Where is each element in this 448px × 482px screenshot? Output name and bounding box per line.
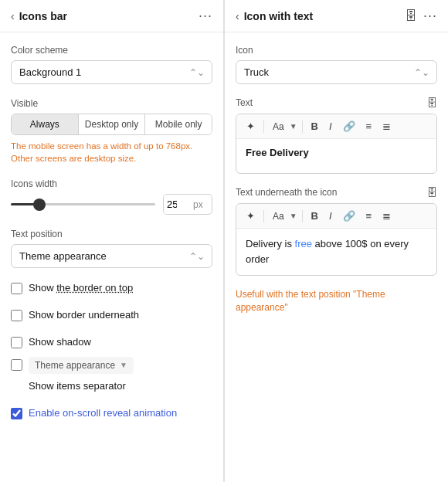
more-options-icon[interactable]: ··· bbox=[199, 8, 212, 24]
color-scheme-field: Color scheme Background 1 ⌃⌄ bbox=[11, 45, 212, 84]
info-text: Usefull with the text position "Theme ap… bbox=[236, 288, 437, 314]
right-panel-header-left: ‹ Icon with text bbox=[236, 10, 313, 22]
left-panel-title: Icons bar bbox=[19, 10, 67, 22]
unordered-list-btn[interactable]: ≡ bbox=[362, 119, 376, 134]
text-position-select-wrapper: Theme appearance ⌃⌄ bbox=[11, 244, 212, 268]
color-scheme-label: Color scheme bbox=[11, 45, 212, 56]
enable-animation-row: Enable on-scroll reveal animation bbox=[11, 407, 212, 420]
text-underneath-content[interactable]: Delivery is free above 100$ on every ord… bbox=[236, 229, 436, 275]
database-icon[interactable]: 🗄 bbox=[405, 9, 417, 23]
ordered-list-btn[interactable]: ≣ bbox=[378, 119, 395, 134]
icons-width-field: Icons width px bbox=[11, 178, 212, 215]
toolbar-sep2 bbox=[302, 120, 303, 133]
icons-width-unit: px bbox=[192, 195, 208, 214]
always-button[interactable]: Always bbox=[12, 114, 79, 134]
icons-width-input[interactable] bbox=[164, 195, 192, 214]
text-rich-text-box: ✦ Aa ▼ B I 🔗 ≡ ≣ Free Delivery bbox=[236, 114, 437, 174]
visible-label: Visible bbox=[11, 98, 212, 109]
text-underneath-toolbar: ✦ Aa ▼ B I 🔗 ≡ ≣ bbox=[236, 204, 436, 229]
show-border-underneath-label[interactable]: Show border underneath bbox=[29, 309, 139, 322]
right-panel: ‹ Icon with text 🗄 ··· Icon Truck ⌃⌄ Tex… bbox=[224, 0, 448, 482]
show-shadow-row: Show shadow bbox=[11, 336, 212, 349]
show-border-underneath-checkbox[interactable] bbox=[11, 310, 22, 321]
under-unordered-list-btn[interactable]: ≡ bbox=[362, 209, 376, 223]
under-link-btn[interactable]: 🔗 bbox=[339, 209, 359, 223]
enable-animation-label[interactable]: Enable on-scroll reveal animation bbox=[29, 407, 177, 420]
text-field: Text 🗄 ✦ Aa ▼ B I 🔗 ≡ ≣ bbox=[236, 97, 437, 174]
right-panel-header: ‹ Icon with text 🗄 ··· bbox=[225, 0, 448, 32]
text-position-label: Text position bbox=[11, 229, 212, 239]
font-size-btn[interactable]: Aa bbox=[269, 120, 288, 134]
icons-width-slider-container bbox=[11, 203, 155, 205]
visibility-buttons-group: Always Desktop only Mobile only bbox=[11, 114, 212, 135]
show-border-top-row: Show the border on top bbox=[11, 282, 212, 295]
magic-btn[interactable]: ✦ bbox=[243, 119, 259, 134]
text-field-label-row: Text 🗄 bbox=[236, 97, 437, 109]
enable-animation-checkbox[interactable] bbox=[11, 408, 22, 419]
show-items-separator-label[interactable]: Show items separator bbox=[29, 380, 126, 393]
mobile-only-button[interactable]: Mobile only bbox=[145, 114, 212, 134]
font-size-group: Aa ▼ bbox=[269, 120, 297, 134]
show-items-separator-row: Show items separator bbox=[11, 380, 212, 393]
icon-label: Icon bbox=[236, 45, 437, 56]
text-content[interactable]: Free Delivery bbox=[236, 139, 436, 173]
icon-select[interactable]: Truck bbox=[236, 60, 437, 84]
text-content-text: Free Delivery bbox=[246, 147, 309, 158]
show-items-separator-checkbox[interactable] bbox=[11, 359, 22, 371]
link-btn[interactable]: 🔗 bbox=[339, 119, 359, 134]
icons-width-label: Icons width bbox=[11, 178, 212, 189]
right-header-actions: 🗄 ··· bbox=[405, 8, 437, 24]
text-position-field: Text position Theme appearance ⌃⌄ bbox=[11, 229, 212, 268]
visibility-hint: The mobile screen has a width of up to 7… bbox=[11, 140, 212, 165]
under-font-size-btn[interactable]: Aa bbox=[269, 209, 288, 223]
bold-btn[interactable]: B bbox=[307, 119, 322, 134]
toolbar-sep1 bbox=[263, 120, 264, 133]
color-scheme-select-wrapper: Background 1 ⌃⌄ bbox=[11, 60, 212, 84]
left-panel-header: ‹ Icons bar ··· bbox=[0, 0, 223, 32]
text-field-db-icon[interactable]: 🗄 bbox=[426, 97, 437, 109]
under-magic-btn[interactable]: ✦ bbox=[243, 209, 259, 223]
under-italic-btn[interactable]: I bbox=[325, 209, 336, 223]
under-bold-btn[interactable]: B bbox=[307, 209, 322, 223]
under-font-size-group: Aa ▼ bbox=[269, 209, 297, 223]
right-more-options-icon[interactable]: ··· bbox=[423, 8, 437, 24]
underneath-link[interactable]: free bbox=[295, 238, 312, 249]
left-panel: ‹ Icons bar ··· Color scheme Background … bbox=[0, 0, 224, 482]
show-border-underneath-row: Show border underneath bbox=[11, 309, 212, 322]
icons-width-row: px bbox=[11, 194, 212, 215]
right-back-icon[interactable]: ‹ bbox=[236, 10, 239, 22]
text-underneath-db-icon[interactable]: 🗄 bbox=[426, 186, 437, 199]
underneath-line1: Delivery is bbox=[246, 238, 295, 249]
right-panel-title: Icon with text bbox=[244, 10, 313, 22]
font-size-chevron: ▼ bbox=[290, 122, 297, 131]
color-scheme-select[interactable]: Background 1 bbox=[11, 60, 212, 84]
text-toolbar: ✦ Aa ▼ B I 🔗 ≡ ≣ bbox=[236, 114, 436, 139]
under-font-size-chevron: ▼ bbox=[290, 212, 297, 220]
under-toolbar-sep1 bbox=[263, 210, 264, 222]
text-underneath-rich-text-box: ✦ Aa ▼ B I 🔗 ≡ ≣ Delivery is free above … bbox=[236, 203, 437, 276]
show-shadow-label[interactable]: Show shadow bbox=[29, 336, 91, 349]
left-panel-header-left: ‹ Icons bar bbox=[11, 10, 67, 22]
back-icon[interactable]: ‹ bbox=[11, 10, 15, 22]
theme-appearance-hint-text: Theme appearance bbox=[35, 360, 115, 371]
show-border-top-checkbox[interactable] bbox=[11, 283, 22, 294]
italic-btn[interactable]: I bbox=[325, 119, 336, 134]
dropdown-hint-arrow: ▼ bbox=[120, 361, 127, 369]
text-position-select[interactable]: Theme appearance bbox=[11, 244, 212, 268]
right-panel-body: Icon Truck ⌃⌄ Text 🗄 ✦ Aa ▼ bbox=[225, 32, 448, 482]
text-underneath-field: Text underneath the icon 🗄 ✦ Aa ▼ B I 🔗 … bbox=[236, 186, 437, 276]
icon-select-wrapper: Truck ⌃⌄ bbox=[236, 60, 437, 84]
under-ordered-list-btn[interactable]: ≣ bbox=[378, 209, 395, 223]
under-toolbar-sep2 bbox=[302, 210, 303, 222]
text-field-label: Text bbox=[236, 97, 253, 108]
visible-field: Visible Always Desktop only Mobile only … bbox=[11, 98, 212, 165]
show-shadow-checkbox[interactable] bbox=[11, 337, 22, 348]
show-border-top-label[interactable]: Show the border on top bbox=[29, 282, 133, 295]
icons-width-slider[interactable] bbox=[11, 203, 155, 205]
icons-width-number-wrapper: px bbox=[163, 194, 212, 215]
desktop-only-button[interactable]: Desktop only bbox=[79, 114, 146, 134]
icon-field: Icon Truck ⌃⌄ bbox=[236, 45, 437, 84]
left-panel-body: Color scheme Background 1 ⌃⌄ Visible Alw… bbox=[0, 32, 223, 482]
text-underneath-label-row: Text underneath the icon 🗄 bbox=[236, 186, 437, 199]
theme-appearance-dropdown-hint[interactable]: Theme appearance ▼ bbox=[29, 357, 134, 374]
